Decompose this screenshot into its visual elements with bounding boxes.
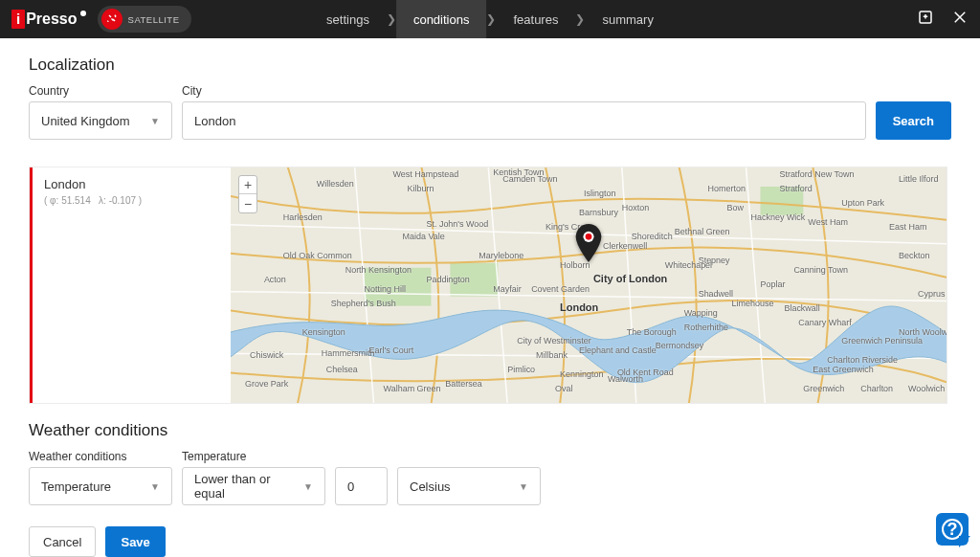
chevron-right-icon: ❯	[387, 12, 396, 26]
city-label: City	[182, 84, 866, 98]
unit-field: Celsius ▼	[397, 450, 541, 505]
svg-text:Willesden: Willesden	[317, 179, 354, 189]
svg-text:Shoreditch: Shoreditch	[632, 232, 673, 241]
svg-text:North Kensington: North Kensington	[345, 265, 412, 275]
logo-dot-icon	[80, 11, 86, 16]
svg-text:Elephant and Castle: Elephant and Castle	[579, 345, 657, 355]
caret-down-icon: ▼	[150, 481, 160, 492]
svg-text:Greenwich Peninsula: Greenwich Peninsula	[841, 336, 923, 345]
svg-text:Canary Wharf: Canary Wharf	[798, 318, 852, 327]
satellite-icon	[101, 9, 122, 30]
svg-text:Shepherd's Bush: Shepherd's Bush	[331, 299, 396, 308]
zoom-in-button[interactable]: +	[239, 176, 256, 194]
svg-text:Notting Hill: Notting Hill	[365, 284, 406, 294]
chevron-right-icon: ❯	[486, 12, 496, 26]
brand-logo: i Presso	[11, 10, 86, 29]
svg-text:Maida Vale: Maida Vale	[403, 232, 445, 241]
svg-text:Charlton Riverside: Charlton Riverside	[827, 355, 898, 365]
localization-title: Localization	[29, 56, 951, 75]
step-summary[interactable]: summary	[585, 0, 670, 38]
svg-text:West Hampstead: West Hampstead	[393, 169, 459, 179]
svg-text:Old Kent Road: Old Kent Road	[617, 368, 674, 377]
svg-text:Hackney Wick: Hackney Wick	[751, 212, 806, 222]
svg-text:North Woolwich: North Woolwich	[899, 327, 947, 337]
svg-text:Acton: Acton	[264, 275, 286, 284]
country-select[interactable]: United Kingdom ▼	[29, 101, 172, 140]
temperature-input[interactable]	[335, 467, 388, 505]
svg-text:Bethnal Green: Bethnal Green	[675, 227, 730, 236]
temp-value-field	[335, 450, 388, 505]
cancel-button[interactable]: Cancel	[29, 526, 96, 557]
svg-text:St. John's Wood: St. John's Wood	[426, 219, 488, 229]
svg-text:Battersea: Battersea	[445, 379, 481, 389]
svg-text:Blackwall: Blackwall	[784, 303, 819, 313]
svg-text:Chelsea: Chelsea	[326, 365, 358, 374]
unit-select[interactable]: Celsius ▼	[397, 467, 541, 505]
step-settings[interactable]: settings	[309, 0, 387, 38]
svg-text:Stratford: Stratford	[779, 184, 812, 193]
zoom-out-button[interactable]: −	[239, 194, 256, 212]
condition-label: Weather conditions	[29, 450, 172, 463]
svg-text:Islington: Islington	[584, 189, 615, 198]
map-svg: London City of London City of Westminste…	[231, 167, 947, 403]
save-button[interactable]: Save	[105, 526, 165, 557]
svg-text:Harlesden: Harlesden	[283, 212, 323, 222]
svg-text:Covent Garden: Covent Garden	[531, 284, 590, 294]
comparator-field: Temperature Lower than or equal ▼	[182, 450, 325, 505]
svg-text:Pimlico: Pimlico	[507, 365, 535, 374]
map-marker-icon	[575, 224, 602, 266]
city-field: City	[182, 84, 866, 140]
svg-text:Stratford New Town: Stratford New Town	[779, 169, 854, 179]
svg-text:West Ham: West Ham	[808, 217, 848, 227]
svg-text:Earl's Court: Earl's Court	[369, 345, 414, 355]
svg-text:Grove Park: Grove Park	[245, 379, 289, 389]
comparator-value: Lower than or equal	[194, 472, 303, 501]
wizard-steps: settings ❯ conditions ❯ features ❯ summa…	[309, 0, 671, 38]
condition-field: Weather conditions Temperature ▼	[29, 450, 172, 505]
svg-text:Bow: Bow	[727, 203, 745, 212]
caret-down-icon: ▼	[519, 481, 528, 492]
svg-text:Hoxton: Hoxton	[622, 203, 649, 212]
search-result-item[interactable]: London ( φ: 51.514 λ: -0.107 )	[30, 167, 231, 403]
svg-text:Upton Park: Upton Park	[841, 198, 884, 208]
svg-text:Chiswick: Chiswick	[250, 350, 284, 360]
save-draft-icon[interactable]	[917, 9, 934, 30]
svg-text:Poplar: Poplar	[760, 279, 785, 289]
svg-text:Little Ilford: Little Ilford	[899, 174, 938, 184]
step-features[interactable]: features	[496, 0, 575, 38]
country-label: Country	[29, 84, 172, 98]
help-fab[interactable]: ?	[936, 513, 969, 546]
map-area: London ( φ: 51.514 λ: -0.107 ) + −	[29, 167, 947, 404]
condition-value: Temperature	[41, 479, 111, 494]
svg-text:Kensington: Kensington	[302, 327, 345, 337]
weather-row: Weather conditions Temperature ▼ Tempera…	[29, 450, 951, 505]
condition-select[interactable]: Temperature ▼	[29, 467, 172, 505]
country-field: Country United Kingdom ▼	[29, 84, 172, 140]
svg-text:Mayfair: Mayfair	[493, 284, 521, 294]
svg-text:Hammersmith: Hammersmith	[322, 348, 375, 358]
top-actions	[917, 9, 969, 30]
svg-text:Whitechapel: Whitechapel	[665, 260, 712, 270]
temperature-label: Temperature	[182, 450, 325, 463]
satellite-pill[interactable]: SATELLITE	[98, 6, 191, 33]
svg-text:Paddington: Paddington	[426, 275, 469, 284]
svg-text:Greenwich: Greenwich	[803, 384, 844, 393]
close-icon[interactable]	[951, 9, 969, 30]
caret-down-icon: ▼	[303, 481, 313, 492]
weather-section: Weather conditions Weather conditions Te…	[29, 421, 951, 505]
svg-text:Clerkenwell: Clerkenwell	[603, 241, 647, 251]
svg-text:Walham Green: Walham Green	[384, 384, 441, 393]
map-canvas[interactable]: + −	[231, 167, 947, 403]
svg-point-83	[586, 234, 592, 240]
svg-text:London: London	[560, 301, 599, 313]
result-coords: ( φ: 51.514 λ: -0.107 )	[44, 195, 219, 206]
svg-text:Kennington: Kennington	[560, 369, 603, 379]
step-conditions[interactable]: conditions	[396, 0, 487, 38]
search-button[interactable]: Search	[876, 101, 951, 140]
city-input[interactable]	[182, 101, 866, 140]
help-icon: ?	[942, 519, 963, 540]
localization-row: Country United Kingdom ▼ City Search	[29, 84, 951, 140]
chevron-right-icon: ❯	[575, 12, 585, 26]
svg-text:Wapping: Wapping	[684, 308, 718, 318]
comparator-select[interactable]: Lower than or equal ▼	[182, 467, 325, 505]
